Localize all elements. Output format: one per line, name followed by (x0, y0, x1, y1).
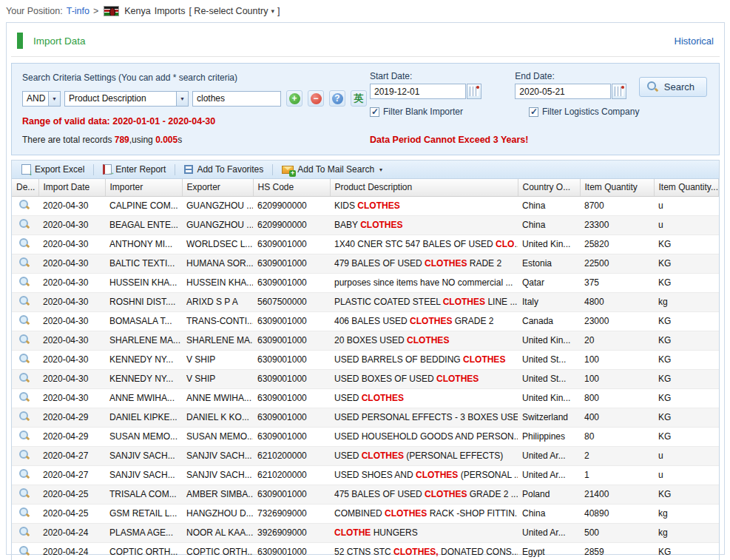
exporter-cell: SANJIV SACH... (182, 465, 253, 485)
column-header-import-date[interactable]: Import Date (38, 179, 105, 196)
filter-logistics-checkbox[interactable]: Filter Logistics Company (529, 107, 658, 117)
end-date-input[interactable] (515, 84, 611, 99)
detail-cell (12, 196, 38, 215)
reselect-country-link[interactable]: [ Re-select Country ▾ ] (189, 6, 280, 16)
import-date-cell: 2020-04-25 (38, 504, 105, 523)
filter-blank-importer-checkbox[interactable]: Filter Blank Importer (370, 107, 499, 117)
item-quantity-unit-cell: u (654, 446, 719, 465)
detail-magnifier-icon[interactable] (19, 315, 30, 325)
country-cell: Canada (518, 311, 580, 331)
add-criteria-button[interactable]: + (286, 90, 303, 107)
column-header-country[interactable]: Country O... (518, 179, 580, 196)
search-criteria-panel: Search Criteria Settings (You can add * … (11, 63, 720, 155)
search-button[interactable]: Search (639, 77, 707, 97)
column-header-item-quantity-unit[interactable]: Item Quantity... (654, 179, 719, 196)
product-description-cell: USED SHOES AND CLOTHES (PERSONAL ... (330, 465, 518, 485)
detail-cell (12, 427, 38, 446)
table-row[interactable]: 2020-04-24COPTIC ORTH...COPTIC ORTH...63… (12, 542, 719, 560)
detail-magnifier-icon[interactable] (19, 373, 30, 383)
remove-criteria-button[interactable]: − (308, 90, 324, 107)
country-cell: Qatar (518, 273, 580, 292)
detail-magnifier-icon[interactable] (19, 200, 30, 210)
column-header-detail[interactable]: De... (12, 179, 38, 196)
table-row[interactable]: 2020-04-30HUSSEIN KHA...HUSSEIN KHA...63… (12, 273, 719, 292)
column-header-importer[interactable]: Importer (105, 179, 182, 196)
table-row[interactable]: 2020-04-27SANJIV SACH...SANJIV SACH...62… (12, 465, 719, 485)
detail-magnifier-icon[interactable] (19, 431, 30, 441)
detail-magnifier-icon[interactable] (19, 354, 30, 364)
import-date-cell: 2020-04-24 (38, 542, 105, 560)
calendar-icon[interactable] (612, 84, 626, 99)
export-excel-button[interactable]: Export Excel (16, 163, 89, 176)
keyword-input[interactable] (192, 91, 281, 107)
table-row[interactable]: 2020-04-29SUSAN MEMO...SUSAN MEMO...6309… (12, 427, 719, 446)
page-title: Import Data (33, 36, 86, 47)
item-quantity-unit-cell: KG (654, 235, 719, 254)
add-to-mail-search-button[interactable]: Add To Mail Search ▾ (277, 163, 388, 176)
import-date-cell: 2020-04-30 (38, 254, 105, 273)
detail-magnifier-icon[interactable] (19, 450, 30, 460)
item-quantity-unit-cell: KG (654, 273, 719, 292)
records-mid: ,using (129, 135, 155, 145)
table-row[interactable]: 2020-04-25TRISALA COM...AMBER SIMBA...63… (12, 485, 719, 504)
table-row[interactable]: 2020-04-30ROSHNI DIST....ARIXD S P A5607… (12, 292, 719, 311)
table-row[interactable]: 2020-04-27SANJIV SACH...SANJIV SACH...62… (12, 446, 719, 465)
table-row[interactable]: 2020-04-24PLASMA AGE...NOOR AL KAA...392… (12, 523, 719, 542)
logic-operator-select[interactable]: AND ▼ (22, 91, 61, 107)
enter-report-button[interactable]: Enter Report (98, 163, 171, 176)
detail-magnifier-icon[interactable] (19, 277, 30, 287)
start-date-input[interactable] (370, 84, 466, 99)
detail-magnifier-icon[interactable] (19, 469, 30, 479)
detail-magnifier-icon[interactable] (19, 507, 30, 518)
table-row[interactable]: 2020-04-30KENNEDY NY...V SHIP6309001000U… (12, 350, 719, 369)
language-button[interactable]: 英 (351, 90, 367, 107)
detail-cell (12, 331, 38, 350)
country-cell: Poland (518, 485, 580, 504)
hs-code-cell: 6309001000 (253, 350, 330, 369)
table-row[interactable]: 2020-04-30SHARLENE MA...SHARLENE MA...63… (12, 331, 719, 350)
table-row[interactable]: 2020-04-30BEAGAL ENTE...GUANGZHOU ...620… (12, 215, 719, 235)
table-row[interactable]: 2020-04-30BOMASALA T...TRANS-CONTI...630… (12, 311, 719, 331)
product-description-cell: BABY CLOTHES (330, 215, 518, 235)
help-button[interactable]: ? (329, 90, 345, 107)
detail-magnifier-icon[interactable] (19, 527, 30, 537)
column-header-hs-code[interactable]: HS Code (253, 179, 330, 196)
detail-magnifier-icon[interactable] (19, 296, 30, 306)
detail-magnifier-icon[interactable] (19, 392, 30, 402)
column-header-exporter[interactable]: Exporter (182, 179, 253, 196)
detail-magnifier-icon[interactable] (19, 546, 30, 556)
product-description-cell: USED BOXES OF USED CLOTHES (330, 369, 518, 388)
add-to-mail-search-label: Add To Mail Search (297, 164, 374, 175)
table-row[interactable]: 2020-04-30CALPINE COM...GUANGZHOU ...620… (12, 196, 719, 215)
breadcrumb-tinfo-link[interactable]: T-info (67, 6, 89, 16)
reselect-country-close: ] (277, 6, 280, 16)
save-icon (184, 165, 193, 174)
item-quantity-unit-cell: KG (654, 254, 719, 273)
column-header-product-description[interactable]: Product Description (330, 179, 518, 196)
detail-magnifier-icon[interactable] (19, 219, 30, 229)
filter-blank-importer-label: Filter Blank Importer (383, 107, 463, 117)
hs-code-cell: 6209900000 (253, 196, 330, 215)
detail-magnifier-icon[interactable] (19, 257, 30, 268)
item-quantity-unit-cell: KG (654, 408, 719, 427)
detail-magnifier-icon[interactable] (19, 238, 30, 249)
detail-magnifier-icon[interactable] (19, 411, 30, 422)
table-row[interactable]: 2020-04-30ANTHONY MI...WORLDSEC L...6309… (12, 235, 719, 254)
table-row[interactable]: 2020-04-30ANNE MWIHA...ANNE MWIHA...6309… (12, 388, 719, 408)
table-row[interactable]: 2020-04-30KENNEDY NY...V SHIP6309001000U… (12, 369, 719, 388)
column-header-item-quantity[interactable]: Item Quantity (580, 179, 654, 196)
detail-cell (12, 292, 38, 311)
table-row[interactable]: 2020-04-29DANIEL KIPKE...DANIEL K KO...6… (12, 408, 719, 427)
logic-operator-value: AND (27, 93, 45, 104)
product-description-cell: USED HOUSEHOLD GOODS AND PERSON... (330, 427, 518, 446)
search-field-select[interactable]: Product Description ▼ (64, 91, 189, 107)
hs-code-cell: 5607500000 (253, 292, 330, 311)
table-row[interactable]: 2020-04-30BALTIC TEXTI...HUMANA SOR...63… (12, 254, 719, 273)
calendar-icon[interactable] (467, 84, 481, 99)
detail-magnifier-icon[interactable] (19, 334, 30, 345)
historical-link[interactable]: Historical (675, 36, 714, 47)
reselect-country-text: [ Re-select Country (189, 6, 268, 16)
detail-magnifier-icon[interactable] (19, 488, 30, 499)
table-row[interactable]: 2020-04-25GSM RETAIL L...HANGZHOU D...73… (12, 504, 719, 523)
add-to-favorites-button[interactable]: Add To Favorites (179, 163, 268, 176)
